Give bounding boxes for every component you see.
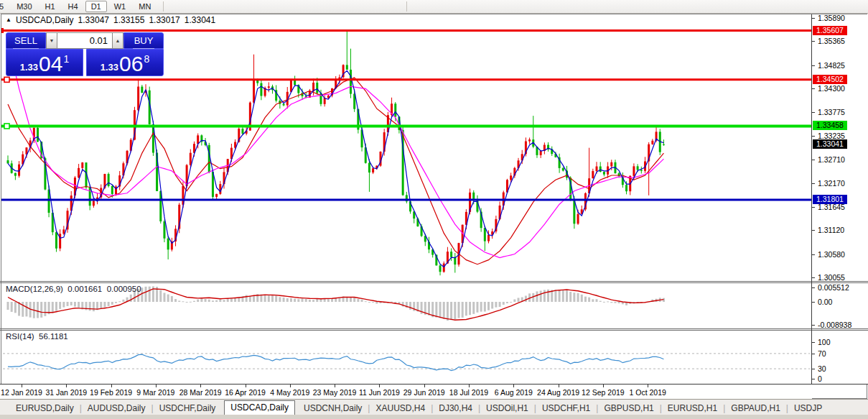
date-label: 24 Aug 2019 xyxy=(537,388,579,397)
price-tick xyxy=(812,18,815,19)
candle-body xyxy=(637,166,639,170)
macd-histogram-bar xyxy=(495,302,497,308)
macd-histogram-bar xyxy=(59,302,61,309)
buy-price-button[interactable]: 1.33 06 8 xyxy=(86,49,164,76)
panel-splitter[interactable] xyxy=(0,330,868,331)
sell-price-button[interactable]: 1.33 04 1 xyxy=(6,49,83,76)
rsi-chart-canvas[interactable] xyxy=(1,331,811,383)
macd-histogram-bar xyxy=(212,300,214,302)
timeframe-button-mn[interactable]: MN xyxy=(133,1,157,12)
macd-histogram-bar xyxy=(316,299,318,302)
panel-splitter[interactable] xyxy=(0,328,868,329)
price-level-badge: 1.35607 xyxy=(813,26,847,35)
macd-histogram-bar xyxy=(100,302,102,308)
timeframe-button-h1[interactable]: H1 xyxy=(39,1,61,12)
buy-price-big: 06 xyxy=(119,55,143,73)
macd-histogram-bar xyxy=(219,299,221,302)
volume-increase-button[interactable]: ▲ xyxy=(112,32,123,49)
price-tick-label: 1.30580 xyxy=(818,250,845,259)
macd-histogram-bar xyxy=(596,299,598,302)
macd-histogram-bar xyxy=(205,299,207,302)
macd-histogram-bar xyxy=(215,300,218,302)
macd-histogram-bar xyxy=(283,298,285,302)
tab-gbpaud-h1[interactable]: GBPAUD,H1 xyxy=(725,402,785,415)
volume-input[interactable]: 0.01 xyxy=(57,32,112,49)
tab-gbpusd-h1[interactable]: GBPUSD,H1 xyxy=(598,402,659,415)
tab-xauusd-h4[interactable]: XAUUSD,H4 xyxy=(370,402,431,415)
tab-eurusd-h1[interactable]: EURUSD,H1 xyxy=(662,402,723,415)
timeframe-button-m30[interactable]: M30 xyxy=(11,1,37,12)
timeframe-button-d1[interactable]: D1 xyxy=(85,1,107,12)
macd-histogram-bar xyxy=(350,298,352,302)
price-tick xyxy=(812,254,815,255)
macd-histogram-bar xyxy=(588,298,590,302)
macd-histogram-bar xyxy=(584,297,587,302)
timeframe-button-h4[interactable]: H4 xyxy=(62,1,84,12)
tab-eurusd-daily[interactable]: EURUSD,Daily xyxy=(10,402,80,415)
macd-histogram-bar xyxy=(435,302,437,318)
buy-button[interactable]: BUY xyxy=(123,32,164,49)
sell-button[interactable]: SELL xyxy=(6,32,46,49)
macd-histogram-bar xyxy=(499,302,501,307)
date-tick xyxy=(603,385,604,387)
macd-histogram-bar xyxy=(271,295,274,302)
tab-usdcnh-daily[interactable]: USDCNH,Daily xyxy=(298,402,368,415)
timeframe-button-w1[interactable]: W1 xyxy=(108,1,132,12)
price-tick-label: 1.32170 xyxy=(818,179,845,188)
macd-histogram-bar xyxy=(7,302,9,310)
macd-value: 0.001661 xyxy=(67,285,102,293)
candle-body xyxy=(592,171,594,178)
macd-histogram-bar xyxy=(592,299,594,302)
toolbar-separator xyxy=(163,1,164,11)
panel-splitter[interactable] xyxy=(0,282,868,283)
line-drag-handle[interactable] xyxy=(1,28,4,33)
macd-histogram-bar xyxy=(268,295,270,302)
price-tick-label: 1.34825 xyxy=(818,61,845,70)
macd-histogram-bar xyxy=(525,296,527,302)
macd-histogram-bar xyxy=(115,302,117,303)
date-tick xyxy=(111,385,112,387)
tab-usdchf-h1[interactable]: USDCHF,H1 xyxy=(536,402,596,415)
date-label: 29 Jun 2019 xyxy=(403,388,445,397)
macd-histogram-bar xyxy=(491,302,493,308)
tab-dj30-h4[interactable]: DJ30,H4 xyxy=(433,402,478,415)
tab-usdjp[interactable]: USDJP xyxy=(788,402,828,415)
macd-histogram-bar xyxy=(108,302,110,306)
tab-usdcad-daily[interactable]: USDCAD,Daily xyxy=(224,400,295,415)
candle-body xyxy=(108,174,110,186)
timeframe-button-5[interactable]: 5 xyxy=(0,1,9,12)
rsi-tick xyxy=(812,369,815,369)
macd-histogram-bar xyxy=(62,302,65,308)
macd-histogram-bar xyxy=(454,302,456,319)
line-drag-handle[interactable] xyxy=(4,124,9,129)
tab-usdchf-daily[interactable]: USDCHF,Daily xyxy=(154,402,222,415)
volume-decrease-button[interactable]: ▼ xyxy=(46,32,57,49)
macd-histogram-bar xyxy=(536,291,538,302)
macd-histogram-bar xyxy=(145,287,147,302)
macd-histogram-bar xyxy=(223,300,225,302)
candle-body xyxy=(450,252,452,257)
macd-histogram-bar xyxy=(171,296,173,302)
line-drag-handle[interactable] xyxy=(4,77,9,82)
panel-splitter[interactable] xyxy=(0,281,868,282)
macd-histogram-bar xyxy=(302,298,304,302)
macd-tick-label: 0.005512 xyxy=(818,283,849,292)
macd-histogram-bar xyxy=(246,295,248,302)
sell-price-sup: 1 xyxy=(63,53,69,65)
date-tick xyxy=(513,385,514,387)
macd-histogram-bar xyxy=(186,302,188,303)
price-tick-label: 1.31120 xyxy=(818,226,844,234)
bottom-strip xyxy=(0,415,868,419)
tab-audusd-daily[interactable]: AUDUSD,Daily xyxy=(82,402,151,415)
candle-body xyxy=(625,185,627,191)
macd-histogram-bar xyxy=(324,299,326,302)
macd-histogram-bar xyxy=(472,302,475,314)
date-label: 4 May 2019 xyxy=(270,388,309,397)
tab-usdoil-h1[interactable]: USDOil,H1 xyxy=(480,402,534,415)
date-axis: 12 Jan 201931 Jan 201919 Feb 20199 Mar 2… xyxy=(0,385,812,399)
price-tick-label: 1.35365 xyxy=(818,37,845,45)
date-label: 12 Jan 2019 xyxy=(1,388,42,397)
price-tick-label: 1.35890 xyxy=(818,14,845,22)
candle-body xyxy=(350,70,352,94)
date-label: 11 Jun 2019 xyxy=(359,388,400,397)
